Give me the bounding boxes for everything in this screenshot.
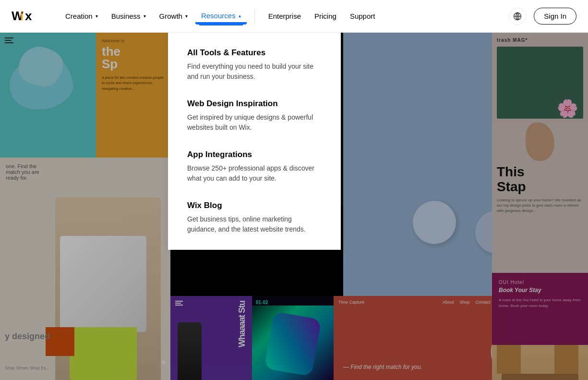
dropdown-item-title-4: Wix Blog xyxy=(187,201,322,210)
nav-business[interactable]: Business ▾ xyxy=(106,8,152,24)
chevron-down-icon: ▾ xyxy=(144,13,146,19)
dropdown-item-desc-3: Browse 250+ professional apps & discover… xyxy=(187,163,322,184)
dropdown-panel: All Tools & Features Find everything you… xyxy=(168,33,341,250)
dropdown-item-title-3: App Integrations xyxy=(187,150,322,159)
dropdown-item-title: All Tools & Features xyxy=(187,48,322,58)
svg-text:i: i xyxy=(20,10,24,23)
dropdown-item-integrations[interactable]: App Integrations Browse 250+ professiona… xyxy=(187,150,322,184)
dropdown-item-desc-4: Get business tips, online marketing guid… xyxy=(187,214,322,234)
nav-support[interactable]: Support xyxy=(344,8,381,24)
sign-in-button[interactable]: Sign In xyxy=(534,8,576,25)
dropdown-item-inspiration[interactable]: Web Design Inspiration Get inspired by u… xyxy=(187,99,322,133)
nav-links: Creation ▾ Business ▾ Growth ▾ Resources… xyxy=(60,8,509,25)
nav-enterprise[interactable]: Enterprise xyxy=(263,8,307,24)
nav-pricing[interactable]: Pricing xyxy=(309,8,342,24)
navbar: W i x Creation ▾ Business ▾ Growth ▾ Res… xyxy=(0,0,588,33)
chevron-down-icon: ▾ xyxy=(96,13,98,19)
chevron-up-icon: ▴ xyxy=(239,13,241,18)
dropdown-item-desc: Find everything you need to build your s… xyxy=(187,61,322,82)
nav-resources[interactable]: Resources ▴ xyxy=(195,8,247,25)
chevron-down-icon: ▾ xyxy=(185,13,188,19)
svg-text:x: x xyxy=(25,10,32,23)
nav-creation[interactable]: Creation ▾ xyxy=(60,8,104,24)
wix-logo[interactable]: W i x xyxy=(12,10,44,23)
nav-divider xyxy=(254,9,255,24)
dropdown-item-blog[interactable]: Wix Blog Get business tips, online marke… xyxy=(187,201,322,234)
dropdown-item-desc-2: Get inspired by unique designs & powerfu… xyxy=(187,112,322,133)
dropdown-item-title-2: Web Design Inspiration xyxy=(187,99,322,109)
dropdown-item-tools[interactable]: All Tools & Features Find everything you… xyxy=(187,48,322,82)
nav-growth[interactable]: Growth ▾ xyxy=(154,8,193,24)
nav-right: Sign In xyxy=(509,8,576,25)
language-button[interactable] xyxy=(509,8,526,25)
